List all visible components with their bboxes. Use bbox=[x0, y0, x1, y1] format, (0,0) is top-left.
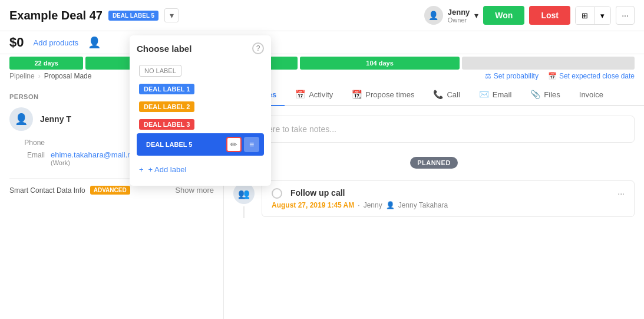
planned-center: PLANNED bbox=[233, 152, 635, 173]
user-name: Jenny bbox=[448, 8, 470, 17]
stage-4[interactable]: 104 days bbox=[300, 57, 460, 70]
tab-invoice[interactable]: Invoice bbox=[571, 84, 612, 106]
breadcrumb-row: Pipeline › Proposal Made ⚖ Set probabili… bbox=[9, 72, 635, 84]
activity-avatar: 👥 bbox=[233, 183, 255, 204]
user-info[interactable]: 👤 Jenny Owner ▾ bbox=[424, 6, 479, 25]
label-actions: ✏ ≡ bbox=[226, 137, 259, 152]
activity-title-row: Follow up call bbox=[272, 188, 345, 199]
header: Example Deal 47 DEAL LABEL 5 ▾ 👤 Jenny O… bbox=[0, 0, 644, 31]
activity-row: 👥 Follow up call ··· August 27, 20 bbox=[233, 180, 635, 218]
edit-label-button[interactable]: ✏ bbox=[226, 137, 242, 152]
avatar: 👤 bbox=[424, 6, 443, 25]
activity-header: Follow up call ··· bbox=[272, 188, 625, 199]
help-icon[interactable]: ? bbox=[252, 42, 264, 54]
timeline-line bbox=[243, 206, 245, 218]
deal-value: $0 bbox=[9, 35, 24, 50]
call-icon: 📞 bbox=[433, 90, 443, 99]
label-item-1[interactable]: DEAL LABEL 1 bbox=[137, 80, 264, 98]
label-dropdown: Choose label ? NO LABEL DEAL LABEL 1 DEA… bbox=[130, 35, 271, 186]
more-options-button[interactable]: ··· bbox=[616, 6, 635, 25]
label-badge-1: DEAL LABEL 1 bbox=[139, 84, 194, 94]
activity-meta: August 27, 2019 1:45 AM · Jenny 👤 Jenny … bbox=[272, 201, 625, 209]
won-button[interactable]: Won bbox=[483, 6, 524, 25]
grid-view-button[interactable]: ⊞ bbox=[576, 7, 594, 24]
activity-dot: · bbox=[358, 201, 359, 209]
label-dropdown-header: Choose label ? bbox=[137, 42, 264, 54]
user-role: Owner bbox=[448, 17, 470, 24]
no-label-badge: NO LABEL bbox=[139, 65, 181, 77]
activity-check[interactable] bbox=[272, 188, 282, 199]
activity-by: Jenny bbox=[364, 201, 382, 209]
breadcrumb-separator: › bbox=[38, 72, 41, 80]
set-close-date-link[interactable]: 📅 Set expected close date bbox=[548, 72, 635, 80]
deal-label-dropdown-arrow[interactable]: ▾ bbox=[164, 8, 179, 22]
tabs-bar: 📝 Notes 📅 Activity 📆 Propose times 📞 Cal… bbox=[224, 84, 644, 106]
show-more-link[interactable]: Show more bbox=[175, 186, 214, 195]
tab-email[interactable]: ✉️ Email bbox=[471, 84, 520, 106]
tab-propose-times[interactable]: 📆 Propose times bbox=[344, 84, 422, 106]
sub-header: $0 Add products 👤 bbox=[0, 31, 644, 54]
planned-badge: PLANNED bbox=[410, 157, 458, 169]
phone-label: Phone bbox=[9, 138, 45, 147]
propose-icon: 📆 bbox=[352, 90, 362, 99]
notes-input[interactable]: Click here to take notes... bbox=[233, 116, 635, 143]
activity-person: Jenny Takahara bbox=[398, 201, 448, 209]
right-panel: 📝 Notes 📅 Activity 📆 Propose times 📞 Cal… bbox=[224, 84, 644, 319]
stage-5[interactable] bbox=[462, 57, 635, 70]
contact-name[interactable]: Jenny T bbox=[40, 114, 71, 124]
view-toggle: ⊞ ▾ bbox=[575, 6, 611, 25]
deal-label-badge[interactable]: DEAL LABEL 5 bbox=[108, 11, 158, 21]
breadcrumb-root[interactable]: Pipeline bbox=[9, 72, 35, 80]
lost-button[interactable]: Lost bbox=[529, 6, 570, 25]
stage-2[interactable] bbox=[85, 57, 135, 70]
reorder-label-button[interactable]: ≡ bbox=[244, 137, 259, 152]
advanced-badge[interactable]: ADVANCED bbox=[90, 186, 130, 195]
label-badge-3: DEAL LABEL 3 bbox=[139, 119, 194, 130]
label-item-3[interactable]: DEAL LABEL 3 bbox=[137, 116, 264, 133]
files-icon: 📎 bbox=[530, 90, 540, 99]
pipeline-stages: 22 days 103 days 104 days bbox=[9, 57, 635, 70]
user-dropdown-icon[interactable]: ▾ bbox=[474, 11, 478, 20]
tab-activity[interactable]: 📅 Activity bbox=[287, 84, 341, 106]
prob-close-links: ⚖ Set probability 📅 Set expected close d… bbox=[485, 72, 635, 80]
main-content: PERSON 👤 Jenny T Phone Email ehime.takah… bbox=[0, 84, 644, 319]
stage-1[interactable]: 22 days bbox=[9, 57, 83, 70]
label-dropdown-title: Choose label bbox=[137, 44, 191, 54]
header-right: 👤 Jenny Owner ▾ Won Lost ⊞ ▾ ··· bbox=[424, 6, 635, 25]
deal-title: Example Deal 47 bbox=[9, 9, 103, 22]
smart-contact-label: Smart Contact Data Info bbox=[9, 186, 85, 195]
timeline-column: 👥 bbox=[233, 180, 255, 218]
label-item-5-active[interactable]: DEAL LABEL 5 ✏ ≡ bbox=[137, 133, 264, 156]
activity-icon: 📅 bbox=[295, 90, 305, 99]
tab-content: Click here to take notes... PLANNED 👥 bbox=[224, 106, 644, 319]
activity-more-button[interactable]: ··· bbox=[617, 189, 625, 198]
add-label-button[interactable]: + + Add label bbox=[137, 160, 264, 179]
set-probability-link[interactable]: ⚖ Set probability bbox=[485, 72, 539, 80]
label-badge-2: DEAL LABEL 2 bbox=[139, 101, 194, 112]
activity-date: August 27, 2019 1:45 AM bbox=[272, 201, 354, 209]
activity-card: Follow up call ··· August 27, 2019 1:45 … bbox=[262, 180, 635, 217]
person-icon: 👤 bbox=[88, 36, 101, 49]
breadcrumb-current: Proposal Made bbox=[44, 72, 92, 80]
activity-person-icon: 👤 bbox=[386, 201, 395, 209]
activity-title: Follow up call bbox=[290, 188, 345, 198]
label-item-2[interactable]: DEAL LABEL 2 bbox=[137, 98, 264, 116]
view-dropdown-button[interactable]: ▾ bbox=[595, 7, 610, 24]
email-label: Email bbox=[9, 150, 45, 166]
tab-call[interactable]: 📞 Call bbox=[425, 84, 468, 106]
label-item-no-label[interactable]: NO LABEL bbox=[137, 61, 264, 80]
calendar-icon: 📅 bbox=[548, 72, 557, 80]
pipeline-bar-wrapper: 22 days 103 days 104 days Pipeline › Pro… bbox=[0, 54, 644, 84]
label-badge-5: DEAL LABEL 5 bbox=[141, 139, 197, 150]
user-details: Jenny Owner bbox=[448, 8, 470, 24]
add-products-link[interactable]: Add products bbox=[33, 38, 78, 47]
balance-icon: ⚖ bbox=[485, 72, 491, 80]
contact-avatar: 👤 bbox=[9, 107, 33, 131]
add-icon: + bbox=[139, 165, 144, 174]
breadcrumb: Pipeline › Proposal Made bbox=[9, 72, 91, 80]
email-icon: ✉️ bbox=[479, 90, 489, 99]
tab-files[interactable]: 📎 Files bbox=[522, 84, 568, 106]
app-container: Example Deal 47 DEAL LABEL 5 ▾ 👤 Jenny O… bbox=[0, 0, 644, 319]
